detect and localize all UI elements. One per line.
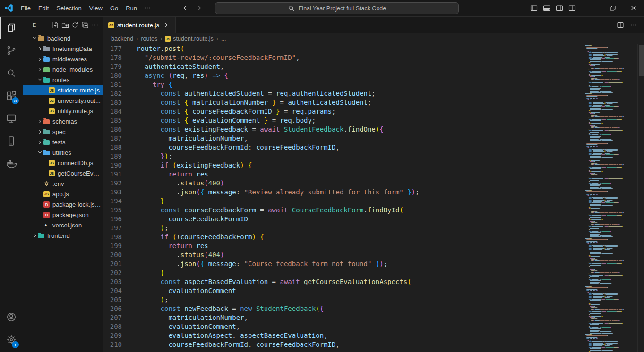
code-line[interactable]: .status(400) <box>137 179 584 188</box>
line-number[interactable]: 184 <box>103 107 122 116</box>
code-line[interactable]: courseFeedbackFormID <box>137 215 584 224</box>
activity-explorer-icon[interactable] <box>0 17 23 39</box>
split-editor-icon[interactable] <box>617 21 624 29</box>
line-number[interactable]: 193 <box>103 188 122 197</box>
breadcrumb-item[interactable]: routes <box>141 35 157 42</box>
more-icon[interactable] <box>630 21 637 29</box>
tree-item-connectdb-js[interactable]: JSconnectDb.js <box>23 158 103 168</box>
code-line[interactable]: .json({ message: "Review already submitt… <box>137 188 584 197</box>
new-folder-icon[interactable] <box>61 21 69 29</box>
line-number[interactable]: 208 <box>103 322 122 331</box>
code-line[interactable]: const aspectBasedEvaluation = await getC… <box>137 277 584 286</box>
activity-mobile-preview-icon[interactable] <box>0 130 23 152</box>
tree-item-app-js[interactable]: JSapp.js <box>23 189 103 199</box>
code-line[interactable]: evaluationAspect: aspectBasedEvaluation, <box>137 331 584 340</box>
line-number[interactable]: 179 <box>103 62 122 71</box>
activity-settings-icon[interactable]: 1 <box>0 328 23 351</box>
code-line[interactable]: .status(404) <box>137 251 584 260</box>
scrollbar-thumb[interactable] <box>639 45 644 76</box>
line-number[interactable]: 190 <box>103 161 122 170</box>
line-number[interactable]: 210 <box>103 340 122 349</box>
tree-item-student-route-js[interactable]: JSstudent.route.js <box>23 85 103 95</box>
close-button[interactable] <box>623 0 644 16</box>
line-number[interactable]: 196 <box>103 215 122 224</box>
tree-item-schemas[interactable]: schemas <box>23 116 103 126</box>
line-number[interactable]: 181 <box>103 80 122 89</box>
code-line[interactable]: evaluationComment <box>137 286 584 295</box>
line-number[interactable]: 205 <box>103 295 122 304</box>
tree-item-env[interactable]: .env <box>23 178 103 189</box>
line-number[interactable]: 195 <box>103 206 122 215</box>
line-number[interactable]: 209 <box>103 331 122 340</box>
menu-overflow-icon[interactable] <box>141 3 154 13</box>
minimize-button[interactable] <box>582 0 602 16</box>
tree-item-tests[interactable]: tests <box>23 137 103 147</box>
activity-docker-icon[interactable] <box>0 152 23 175</box>
code-line[interactable]: ); <box>137 295 584 304</box>
editor-scrollbar[interactable] <box>637 44 644 352</box>
activity-account-icon[interactable] <box>0 306 23 328</box>
code-line[interactable]: const { courseFeedbackFormID } = req.par… <box>137 107 584 116</box>
tree-item-getcourseeval[interactable]: JSgetCourseEval... <box>23 168 103 178</box>
menu-go[interactable]: Go <box>106 3 122 13</box>
tree-item-finetuningdata[interactable]: finetuningData <box>23 43 103 54</box>
tree-item-package-json[interactable]: npackage.json <box>23 210 103 220</box>
line-number[interactable]: 192 <box>103 179 122 188</box>
breadcrumb-item[interactable]: backend <box>111 35 133 42</box>
code-line[interactable]: evaluationComment, <box>137 322 584 331</box>
back-arrow-icon[interactable] <box>181 4 189 12</box>
breadcrumb-item[interactable]: ... <box>221 35 226 42</box>
code-line[interactable]: if (existingFeedback) { <box>137 161 584 170</box>
toggle-secondary-sidebar-icon[interactable] <box>554 2 565 14</box>
line-number[interactable]: 199 <box>103 242 122 251</box>
line-number-gutter[interactable]: 1771781791801811821831841851861871881891… <box>103 44 137 352</box>
code-line[interactable]: ); <box>137 224 584 233</box>
activity-extensions-icon[interactable]: 3 <box>0 84 23 107</box>
breadcrumb-item[interactable]: JSstudent.route.js <box>165 35 213 42</box>
code-line[interactable]: courseFeedbackFormId: courseFeedbackForm… <box>137 143 584 152</box>
code-line[interactable]: matriculationNumber, <box>137 313 584 322</box>
minimap[interactable] <box>584 44 637 352</box>
code-line[interactable]: courseFeedbackFormId: courseFeedbackForm… <box>137 340 584 349</box>
code-line[interactable]: } <box>137 268 584 277</box>
code-line[interactable]: const courseFeedbackForm = await CourseF… <box>137 206 584 215</box>
code-line[interactable]: if (!courseFeedbackForm) { <box>137 233 584 242</box>
tree-item-spec[interactable]: spec <box>23 126 103 137</box>
tree-item-backend[interactable]: backend <box>23 33 103 43</box>
tree-item-package-lock-json[interactable]: npackage-lock.json <box>23 199 103 210</box>
activity-source-control-icon[interactable] <box>0 39 23 62</box>
toggle-panel-icon[interactable] <box>541 2 552 14</box>
line-number[interactable]: 183 <box>103 98 122 107</box>
tree-item-middlewares[interactable]: middlewares <box>23 54 103 64</box>
tree-item-vercel-json[interactable]: ▲vercel.json <box>23 220 103 230</box>
tree-item-routes[interactable]: routes <box>23 75 103 85</box>
code-line[interactable]: }); <box>137 152 584 161</box>
close-tab-icon[interactable] <box>164 22 171 28</box>
menu-file[interactable]: File <box>17 3 34 13</box>
refresh-icon[interactable] <box>71 21 79 29</box>
code-line[interactable]: "/submit-review/:courseFeedbackFormID", <box>137 53 584 62</box>
code-line[interactable]: const { evaluationComment } = req.body; <box>137 116 584 125</box>
line-number[interactable]: 191 <box>103 170 122 179</box>
line-number[interactable]: 200 <box>103 251 122 260</box>
line-number[interactable]: 189 <box>103 152 122 161</box>
line-number[interactable]: 207 <box>103 313 122 322</box>
line-number[interactable]: 198 <box>103 233 122 242</box>
new-file-icon[interactable] <box>51 21 60 29</box>
menu-selection[interactable]: Selection <box>52 3 85 13</box>
tree-item-node-modules[interactable]: node_modules <box>23 64 103 75</box>
code-line[interactable]: } <box>137 197 584 206</box>
code-line[interactable]: const existingFeedback = await StudentFe… <box>137 125 584 134</box>
activity-remote-explorer-icon[interactable] <box>0 107 23 130</box>
restore-button[interactable] <box>602 0 623 16</box>
code-line[interactable]: return res <box>137 170 584 179</box>
code-area[interactable]: router.post( "/submit-review/:courseFeed… <box>137 44 584 352</box>
code-line[interactable]: authenticateStudent, <box>137 62 584 71</box>
code-line[interactable]: return res <box>137 242 584 251</box>
line-number[interactable]: 194 <box>103 197 122 206</box>
command-center-search[interactable]: Final Year Project full Stack Code <box>215 2 459 14</box>
tree-item-university-rout[interactable]: JSuniversity.rout... <box>23 95 103 106</box>
line-number[interactable]: 187 <box>103 134 122 143</box>
line-number[interactable]: 202 <box>103 268 122 277</box>
code-line[interactable]: .json({ message: "Course feedback form n… <box>137 260 584 268</box>
